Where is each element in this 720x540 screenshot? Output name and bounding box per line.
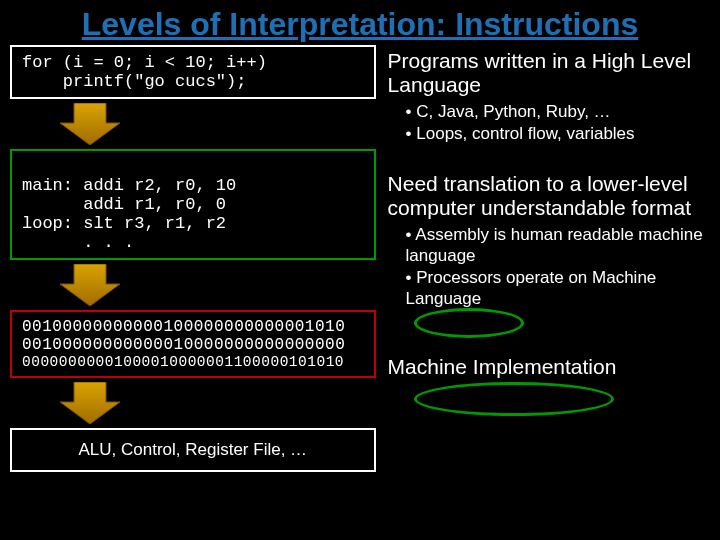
hll-paragraph: Programs written in a High Level Languag… (388, 49, 716, 97)
slide-title: Levels of Interpretation: Instructions (0, 0, 720, 45)
code-line: 00100000000000100000000000001010 (22, 318, 364, 336)
translation-paragraph: Need translation to a lower-level comput… (388, 172, 716, 220)
left-column: for (i = 0; i < 10; i++) printf("go cucs… (0, 45, 382, 537)
code-line: loop: slt r3, r1, r2 (22, 214, 364, 233)
code-line: for (i = 0; i < 10; i++) (22, 53, 364, 72)
right-column: Programs written in a High Level Languag… (382, 45, 720, 537)
code-line: 00100000000000010000000000000000 (22, 336, 364, 354)
bullet-item: C, Java, Python, Ruby, … (406, 101, 716, 122)
implementation-box: ALU, Control, Register File, … (10, 428, 376, 472)
bullet-item: Loops, control flow, variables (406, 123, 716, 144)
machine-code-box: 00100000000000100000000000001010 0010000… (10, 310, 376, 378)
translation-bullets: Assembly is human readable machine langu… (406, 224, 716, 309)
arrow-down-icon (60, 264, 120, 306)
bullet-item: Processors operate on Machine Language (406, 267, 716, 310)
code-line: . . . (22, 233, 364, 252)
code-line: printf("go cucs"); (22, 72, 364, 91)
code-line: main: addi r2, r0, 10 (22, 176, 364, 195)
code-line: addi r1, r0, 0 (22, 195, 364, 214)
content-area: for (i = 0; i < 10; i++) printf("go cucs… (0, 45, 720, 537)
hll-bullets: C, Java, Python, Ruby, … Loops, control … (406, 101, 716, 144)
hll-code-box: for (i = 0; i < 10; i++) printf("go cucs… (10, 45, 376, 99)
bullet-item: Assembly is human readable machine langu… (406, 224, 716, 267)
implementation-paragraph: Machine Implementation (388, 355, 716, 379)
assembly-code-box: main: addi r2, r0, 10 addi r1, r0, 0loop… (10, 149, 376, 260)
code-line: 00000000001000010000001100000101010 (22, 354, 364, 370)
arrow-down-icon (60, 382, 120, 424)
arrow-down-icon (60, 103, 120, 145)
